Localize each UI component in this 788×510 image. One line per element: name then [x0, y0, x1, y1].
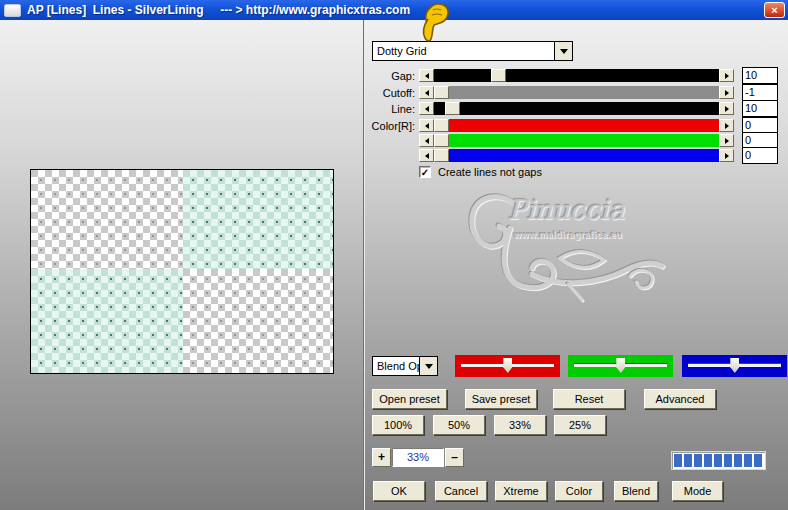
slider-decrement-button[interactable]	[419, 119, 434, 132]
preview-quadrant-bottom-left	[31, 269, 183, 373]
create-lines-checkbox[interactable]: ✓	[419, 166, 431, 178]
slider-row-line: Line: 10	[368, 101, 778, 116]
plugin-dialog: AP [Lines] Lines - SilverLining --- > ht…	[0, 0, 788, 510]
arrow-right-icon	[725, 90, 729, 96]
watermark-name: Pinuccia	[508, 194, 625, 225]
progress-segment	[734, 454, 742, 467]
slider-decrement-button[interactable]	[419, 134, 434, 147]
slider-thumb[interactable]	[730, 358, 739, 373]
slider-increment-button[interactable]	[719, 134, 734, 147]
create-lines-checkbox-label: Create lines not gaps	[438, 166, 542, 178]
create-lines-checkbox-row: ✓ Create lines not gaps	[419, 166, 542, 178]
chevron-down-icon	[560, 49, 568, 54]
slider-track[interactable]	[434, 86, 719, 99]
slider-row-cutoff: Cutoff: -1	[368, 85, 778, 100]
progress-segment	[684, 454, 692, 467]
slider-decrement-button[interactable]	[419, 86, 434, 99]
arrow-left-icon	[425, 123, 429, 129]
preview-canvas[interactable]	[30, 169, 334, 374]
slider-decrement-button[interactable]	[419, 149, 434, 162]
slider-thumb[interactable]	[434, 119, 449, 132]
zoom-out-button[interactable]: –	[445, 448, 464, 467]
slider-increment-button[interactable]	[719, 119, 734, 132]
progress-segment	[694, 454, 702, 467]
progress-segment	[724, 454, 732, 467]
close-button[interactable]: ×	[764, 2, 785, 18]
blend-options-dropdown-arrow[interactable]	[419, 356, 438, 376]
zoom-level-field: 33%	[392, 448, 444, 467]
slider-thumb[interactable]	[434, 86, 449, 99]
progress-segment	[704, 454, 712, 467]
xtreme-button[interactable]: Xtreme	[495, 481, 547, 501]
zoom-in-button[interactable]: +	[372, 448, 391, 467]
blend-slider-blue[interactable]	[682, 355, 787, 377]
slider-thumb[interactable]	[434, 134, 449, 147]
slider-track[interactable]	[434, 149, 719, 162]
slider-increment-button[interactable]	[719, 86, 734, 99]
slider-thumb[interactable]	[434, 149, 449, 162]
arrow-right-icon	[725, 153, 729, 159]
zoom-50-button[interactable]: 50%	[433, 415, 485, 435]
slider-thumb[interactable]	[491, 69, 506, 82]
slider-row-color-blue: 0	[368, 148, 778, 163]
slider-thumb[interactable]	[503, 358, 512, 373]
blend-button[interactable]: Blend	[614, 481, 658, 501]
watermark: Pinuccia www.maldiragrafica.eu	[440, 188, 695, 308]
progress-segment	[754, 454, 762, 467]
blend-slider-green[interactable]	[568, 355, 673, 377]
save-preset-button[interactable]: Save preset	[465, 389, 537, 409]
open-preset-button[interactable]: Open preset	[372, 389, 447, 409]
slider-decrement-button[interactable]	[419, 102, 434, 115]
slider-track[interactable]	[434, 69, 719, 82]
progress-segment	[674, 454, 682, 467]
slider-increment-button[interactable]	[719, 69, 734, 82]
preset-dropdown-value: Dotty Grid	[372, 41, 554, 61]
slider-label: Color[R]:	[368, 120, 419, 132]
mode-button[interactable]: Mode	[672, 481, 723, 501]
watermark-url: www.maldiragrafica.eu	[514, 230, 622, 240]
reset-button[interactable]: Reset	[553, 389, 625, 409]
blend-slider-red[interactable]	[455, 355, 560, 377]
slider-value-field[interactable]: 10	[742, 100, 778, 117]
preview-quadrant-bottom-right	[183, 269, 333, 373]
slider-increment-button[interactable]	[719, 102, 734, 115]
title-bar[interactable]: AP [Lines] Lines - SilverLining --- > ht…	[0, 0, 788, 20]
zoom-33-button[interactable]: 33%	[494, 415, 546, 435]
blend-options-dropdown[interactable]: Blend Opti	[372, 356, 438, 376]
slider-thumb[interactable]	[445, 102, 460, 115]
slider-thumb[interactable]	[616, 358, 625, 373]
slider-track[interactable]	[434, 134, 719, 147]
preview-quadrant-top-left	[31, 170, 183, 269]
ok-button[interactable]: OK	[373, 481, 425, 501]
flourish-icon	[440, 188, 695, 308]
arrow-left-icon	[425, 90, 429, 96]
progress-bar	[671, 451, 766, 470]
arrow-left-icon	[425, 73, 429, 79]
preset-dropdown[interactable]: Dotty Grid	[372, 41, 573, 61]
preset-dropdown-arrow[interactable]	[554, 41, 573, 61]
slider-track[interactable]	[434, 102, 719, 115]
advanced-button[interactable]: Advanced	[644, 389, 716, 409]
zoom-100-button[interactable]: 100%	[372, 415, 424, 435]
slider-row-gap: Gap: 10	[368, 68, 778, 83]
slider-increment-button[interactable]	[719, 149, 734, 162]
color-button[interactable]: Color	[555, 481, 603, 501]
zoom-25-button[interactable]: 25%	[554, 415, 606, 435]
arrow-right-icon	[725, 138, 729, 144]
arrow-left-icon	[425, 138, 429, 144]
slider-value-field[interactable]: 0	[742, 147, 778, 164]
slider-track[interactable]	[434, 119, 719, 132]
preview-quadrant-top-right	[183, 170, 333, 269]
slider-label: Line:	[368, 103, 419, 115]
chevron-down-icon	[425, 364, 433, 369]
slider-value-field[interactable]: 10	[742, 67, 778, 84]
cancel-button[interactable]: Cancel	[435, 481, 487, 501]
slider-row-color-red: Color[R]: 0	[368, 118, 778, 133]
arrow-left-icon	[425, 106, 429, 112]
window-icon	[4, 4, 21, 17]
progress-segment	[714, 454, 722, 467]
window-title: AP [Lines] Lines - SilverLining --- > ht…	[27, 3, 410, 17]
slider-label: Cutoff:	[368, 87, 419, 99]
slider-value-field[interactable]: -1	[742, 84, 778, 101]
slider-decrement-button[interactable]	[419, 69, 434, 82]
